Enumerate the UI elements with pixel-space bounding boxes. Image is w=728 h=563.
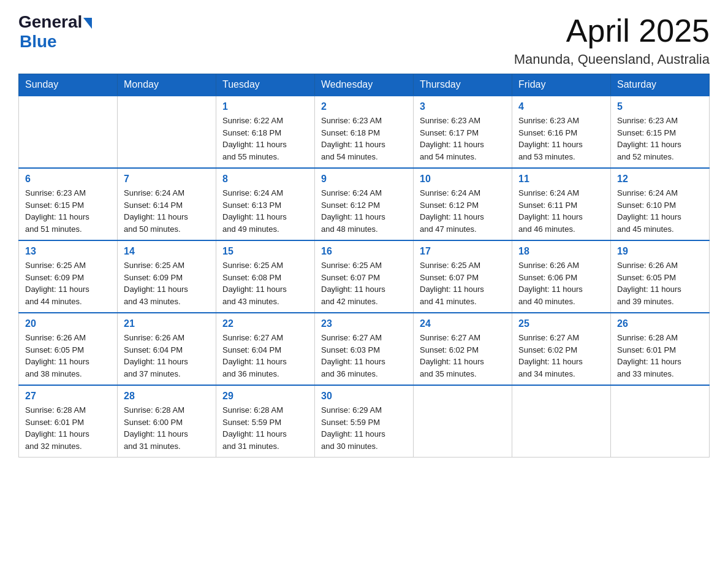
day-number: 13 bbox=[25, 246, 111, 257]
day-info: Sunrise: 6:27 AMSunset: 6:03 PMDaylight:… bbox=[321, 332, 407, 380]
day-number: 26 bbox=[617, 318, 703, 329]
day-info: Sunrise: 6:24 AMSunset: 6:10 PMDaylight:… bbox=[617, 187, 703, 235]
calendar-cell: 25Sunrise: 6:27 AMSunset: 6:02 PMDayligh… bbox=[512, 313, 611, 385]
calendar-cell: 7Sunrise: 6:24 AMSunset: 6:14 PMDaylight… bbox=[118, 168, 216, 240]
day-number: 4 bbox=[518, 101, 604, 112]
logo-blue-text: Blue bbox=[20, 32, 57, 52]
day-info: Sunrise: 6:27 AMSunset: 6:02 PMDaylight:… bbox=[518, 332, 604, 380]
day-info: Sunrise: 6:25 AMSunset: 6:09 PMDaylight:… bbox=[25, 259, 111, 307]
day-number: 19 bbox=[617, 246, 703, 257]
day-info: Sunrise: 6:23 AMSunset: 6:15 PMDaylight:… bbox=[25, 187, 111, 235]
day-info: Sunrise: 6:23 AMSunset: 6:16 PMDaylight:… bbox=[518, 115, 604, 163]
calendar-week-row-1: 6Sunrise: 6:23 AMSunset: 6:15 PMDaylight… bbox=[19, 168, 710, 240]
calendar-cell: 12Sunrise: 6:24 AMSunset: 6:10 PMDayligh… bbox=[611, 168, 710, 240]
day-info: Sunrise: 6:28 AMSunset: 6:01 PMDaylight:… bbox=[25, 404, 111, 452]
calendar-cell: 30Sunrise: 6:29 AMSunset: 5:59 PMDayligh… bbox=[315, 385, 414, 458]
weekday-header-wednesday: Wednesday bbox=[315, 74, 414, 96]
day-number: 3 bbox=[420, 101, 506, 112]
day-info: Sunrise: 6:23 AMSunset: 6:17 PMDaylight:… bbox=[420, 115, 506, 163]
location-title: Manunda, Queensland, Australia bbox=[514, 52, 710, 67]
day-number: 8 bbox=[222, 174, 308, 185]
day-info: Sunrise: 6:25 AMSunset: 6:08 PMDaylight:… bbox=[222, 259, 308, 307]
day-number: 17 bbox=[420, 246, 506, 257]
day-info: Sunrise: 6:26 AMSunset: 6:05 PMDaylight:… bbox=[25, 332, 111, 380]
day-info: Sunrise: 6:28 AMSunset: 6:00 PMDaylight:… bbox=[124, 404, 210, 452]
day-number: 5 bbox=[617, 101, 703, 112]
calendar-cell bbox=[512, 385, 611, 458]
weekday-header-friday: Friday bbox=[512, 74, 611, 96]
day-number: 27 bbox=[25, 391, 111, 402]
calendar-cell: 9Sunrise: 6:24 AMSunset: 6:12 PMDaylight… bbox=[315, 168, 414, 240]
day-info: Sunrise: 6:23 AMSunset: 6:15 PMDaylight:… bbox=[617, 115, 703, 163]
day-info: Sunrise: 6:28 AMSunset: 6:01 PMDaylight:… bbox=[617, 332, 703, 380]
day-info: Sunrise: 6:25 AMSunset: 6:09 PMDaylight:… bbox=[124, 259, 210, 307]
day-info: Sunrise: 6:25 AMSunset: 6:07 PMDaylight:… bbox=[420, 259, 506, 307]
day-number: 7 bbox=[124, 174, 210, 185]
day-number: 9 bbox=[321, 174, 407, 185]
day-info: Sunrise: 6:29 AMSunset: 5:59 PMDaylight:… bbox=[321, 404, 407, 452]
calendar-cell: 11Sunrise: 6:24 AMSunset: 6:11 PMDayligh… bbox=[512, 168, 611, 240]
calendar-cell: 19Sunrise: 6:26 AMSunset: 6:05 PMDayligh… bbox=[611, 240, 710, 313]
calendar-cell: 23Sunrise: 6:27 AMSunset: 6:03 PMDayligh… bbox=[315, 313, 414, 385]
day-number: 12 bbox=[617, 174, 703, 185]
day-info: Sunrise: 6:27 AMSunset: 6:04 PMDaylight:… bbox=[222, 332, 308, 380]
calendar-cell: 10Sunrise: 6:24 AMSunset: 6:12 PMDayligh… bbox=[414, 168, 512, 240]
day-number: 28 bbox=[124, 391, 210, 402]
day-number: 1 bbox=[222, 101, 308, 112]
calendar-week-row-4: 27Sunrise: 6:28 AMSunset: 6:01 PMDayligh… bbox=[19, 385, 710, 458]
calendar-cell: 24Sunrise: 6:27 AMSunset: 6:02 PMDayligh… bbox=[414, 313, 512, 385]
calendar-week-row-2: 13Sunrise: 6:25 AMSunset: 6:09 PMDayligh… bbox=[19, 240, 710, 313]
day-number: 6 bbox=[25, 174, 111, 185]
day-info: Sunrise: 6:28 AMSunset: 5:59 PMDaylight:… bbox=[222, 404, 308, 452]
calendar-cell: 20Sunrise: 6:26 AMSunset: 6:05 PMDayligh… bbox=[19, 313, 118, 385]
day-number: 11 bbox=[518, 174, 604, 185]
calendar-cell: 16Sunrise: 6:25 AMSunset: 6:07 PMDayligh… bbox=[315, 240, 414, 313]
calendar-cell: 8Sunrise: 6:24 AMSunset: 6:13 PMDaylight… bbox=[216, 168, 315, 240]
day-number: 10 bbox=[420, 174, 506, 185]
day-info: Sunrise: 6:22 AMSunset: 6:18 PMDaylight:… bbox=[222, 115, 308, 163]
day-number: 16 bbox=[321, 246, 407, 257]
day-number: 20 bbox=[25, 318, 111, 329]
page-header: General Blue April 2025 Manunda, Queensl… bbox=[18, 12, 710, 67]
calendar-cell bbox=[611, 385, 710, 458]
calendar-cell bbox=[19, 96, 118, 168]
logo: General Blue bbox=[18, 12, 92, 52]
calendar-cell: 2Sunrise: 6:23 AMSunset: 6:18 PMDaylight… bbox=[315, 96, 414, 168]
weekday-header-tuesday: Tuesday bbox=[216, 74, 315, 96]
day-info: Sunrise: 6:26 AMSunset: 6:04 PMDaylight:… bbox=[124, 332, 210, 380]
calendar-cell: 29Sunrise: 6:28 AMSunset: 5:59 PMDayligh… bbox=[216, 385, 315, 458]
day-number: 15 bbox=[222, 246, 308, 257]
weekday-header-row: SundayMondayTuesdayWednesdayThursdayFrid… bbox=[19, 74, 710, 96]
day-number: 25 bbox=[518, 318, 604, 329]
logo-arrow-icon bbox=[83, 18, 92, 29]
day-number: 14 bbox=[124, 246, 210, 257]
day-info: Sunrise: 6:24 AMSunset: 6:11 PMDaylight:… bbox=[518, 187, 604, 235]
calendar-cell: 26Sunrise: 6:28 AMSunset: 6:01 PMDayligh… bbox=[611, 313, 710, 385]
calendar-cell: 3Sunrise: 6:23 AMSunset: 6:17 PMDaylight… bbox=[414, 96, 512, 168]
title-block: April 2025 Manunda, Queensland, Australi… bbox=[514, 12, 710, 67]
logo-general-text: General bbox=[18, 12, 82, 32]
weekday-header-saturday: Saturday bbox=[611, 74, 710, 96]
day-number: 2 bbox=[321, 101, 407, 112]
day-info: Sunrise: 6:26 AMSunset: 6:05 PMDaylight:… bbox=[617, 259, 703, 307]
weekday-header-thursday: Thursday bbox=[414, 74, 512, 96]
calendar-cell: 18Sunrise: 6:26 AMSunset: 6:06 PMDayligh… bbox=[512, 240, 611, 313]
calendar-cell: 28Sunrise: 6:28 AMSunset: 6:00 PMDayligh… bbox=[118, 385, 216, 458]
day-number: 29 bbox=[222, 391, 308, 402]
calendar-cell: 22Sunrise: 6:27 AMSunset: 6:04 PMDayligh… bbox=[216, 313, 315, 385]
calendar-table: SundayMondayTuesdayWednesdayThursdayFrid… bbox=[18, 74, 710, 458]
day-info: Sunrise: 6:24 AMSunset: 6:12 PMDaylight:… bbox=[420, 187, 506, 235]
day-info: Sunrise: 6:25 AMSunset: 6:07 PMDaylight:… bbox=[321, 259, 407, 307]
day-info: Sunrise: 6:24 AMSunset: 6:13 PMDaylight:… bbox=[222, 187, 308, 235]
calendar-cell bbox=[414, 385, 512, 458]
day-number: 22 bbox=[222, 318, 308, 329]
day-number: 18 bbox=[518, 246, 604, 257]
calendar-cell: 14Sunrise: 6:25 AMSunset: 6:09 PMDayligh… bbox=[118, 240, 216, 313]
day-info: Sunrise: 6:23 AMSunset: 6:18 PMDaylight:… bbox=[321, 115, 407, 163]
weekday-header-sunday: Sunday bbox=[19, 74, 118, 96]
weekday-header-monday: Monday bbox=[118, 74, 216, 96]
day-info: Sunrise: 6:24 AMSunset: 6:12 PMDaylight:… bbox=[321, 187, 407, 235]
calendar-cell: 6Sunrise: 6:23 AMSunset: 6:15 PMDaylight… bbox=[19, 168, 118, 240]
calendar-cell: 27Sunrise: 6:28 AMSunset: 6:01 PMDayligh… bbox=[19, 385, 118, 458]
calendar-cell: 4Sunrise: 6:23 AMSunset: 6:16 PMDaylight… bbox=[512, 96, 611, 168]
